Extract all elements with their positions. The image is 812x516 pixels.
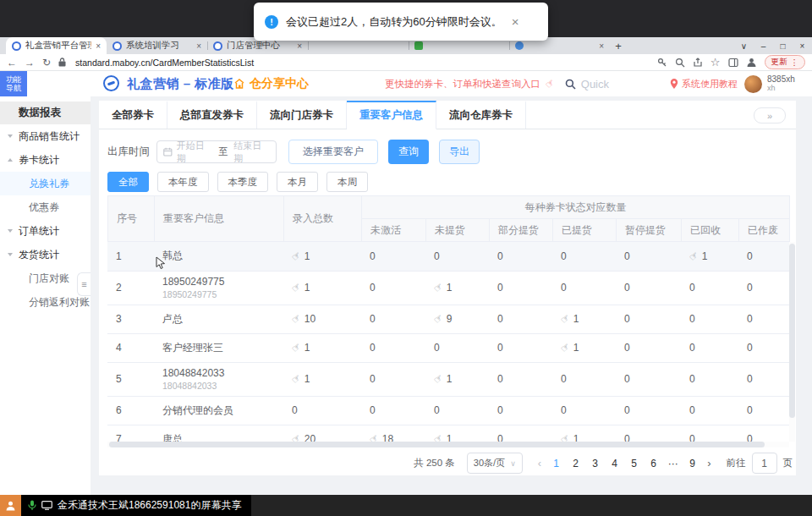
browser-tab[interactable]: 礼盒营销平台管理中心× [6, 37, 107, 54]
cell-status-未提货: ☞1 [425, 362, 489, 396]
tab-全部券卡[interactable]: 全部券卡 [99, 101, 167, 129]
cell-link-value[interactable]: 1 [573, 433, 579, 442]
next-page-button[interactable]: › [707, 457, 710, 469]
tab-总部直发券卡[interactable]: 总部直发券卡 [167, 101, 257, 129]
page-number-6[interactable]: 6 [645, 458, 662, 469]
customer-name[interactable]: 卢总 [162, 312, 275, 327]
cell-link-value[interactable]: 1 [304, 373, 310, 385]
new-tab-button[interactable]: + [610, 37, 627, 54]
cell-link-value[interactable]: 20 [304, 433, 315, 442]
quick-filter-本周[interactable]: 本周 [326, 172, 368, 192]
date-range-input[interactable]: 开始日期 至 结束日期 [156, 140, 277, 163]
query-button[interactable]: 查询 [388, 140, 429, 164]
horizontal-scrollbar-thumb[interactable] [109, 442, 765, 447]
quick-search-placeholder[interactable]: Quick [581, 78, 609, 91]
cell-link-value[interactable]: 1 [304, 342, 310, 354]
menu-dots-icon[interactable]: ⋮ [791, 58, 799, 67]
sidebar-item-商品销售统计[interactable]: 商品销售统计 [0, 124, 91, 148]
share-center-link[interactable]: 仓分享中心 [233, 71, 309, 96]
meeting-member-icon[interactable] [0, 495, 21, 516]
prev-page-button[interactable]: ‹ [538, 457, 541, 469]
cell-link-value[interactable]: 1 [304, 282, 310, 294]
key-icon[interactable] [657, 58, 667, 68]
screen-share-status: 金禾通技术王斌18662591081的屏幕共享 [21, 495, 251, 516]
customer-name[interactable]: 18950249775 [162, 276, 275, 288]
microphone-icon[interactable] [28, 500, 36, 511]
url-text[interactable]: standard.maboy.cn/CardMemberStatisticsLi… [75, 58, 254, 68]
toast-close-icon[interactable]: × [512, 14, 519, 29]
tab-close-icon[interactable]: × [96, 41, 101, 51]
cell-link-value[interactable]: 1 [447, 373, 453, 385]
customer-name[interactable]: 唐总 [162, 432, 275, 442]
page-number-9[interactable]: 9 [683, 458, 701, 469]
tab-重要客户信息[interactable]: 重要客户信息 [347, 101, 436, 129]
vertical-scrollbar[interactable] [789, 242, 795, 442]
side-panel-icon[interactable] [728, 58, 738, 68]
customer-name[interactable]: 韩总 [162, 249, 275, 263]
horizontal-scrollbar[interactable] [107, 442, 789, 447]
cell-link-value[interactable]: 1 [573, 342, 579, 354]
end-date-placeholder[interactable]: 结束日期 [233, 140, 270, 165]
cell-link-value[interactable]: 10 [304, 313, 315, 325]
quick-filter-本月[interactable]: 本月 [277, 172, 318, 192]
maximize-button[interactable]: □ [773, 37, 793, 54]
quick-filter-全部[interactable]: 全部 [107, 172, 149, 192]
sidebar-item-label: 发货统计 [19, 248, 59, 262]
collapse-panel-button[interactable]: » [754, 107, 786, 124]
function-nav-toggle[interactable]: 功能 导航 [0, 71, 27, 96]
goto-page-input[interactable]: 1 [752, 453, 777, 474]
search-icon[interactable] [565, 79, 576, 90]
profile-icon[interactable] [746, 57, 757, 68]
cell-link-value[interactable]: 9 [447, 313, 453, 325]
cell-link-value[interactable]: 1 [447, 282, 453, 294]
pick-customer-button[interactable]: 选择重要客户 [288, 140, 378, 164]
customer-name[interactable]: 客户经理张三 [162, 341, 275, 355]
cell-link-value[interactable]: 1 [702, 250, 708, 262]
page-number-4[interactable]: 4 [606, 458, 623, 469]
tab-close-icon[interactable]: × [297, 41, 302, 51]
browser-update-button[interactable]: 更新⋮ [765, 55, 806, 69]
browser-tab[interactable]: 系统培训学习× [107, 37, 207, 54]
page-number-···[interactable]: ··· [664, 458, 682, 469]
tab-流向仓库券卡[interactable]: 流向仓库券卡 [436, 101, 526, 129]
sidebar-item-优惠券[interactable]: 优惠券 [0, 195, 91, 219]
tab-close-icon[interactable]: × [196, 41, 201, 51]
cell-link-value[interactable]: 1 [573, 313, 579, 325]
sidebar-item-兑换礼券[interactable]: 兑换礼券 [0, 172, 91, 195]
promo-text[interactable]: 更快捷的券卡、订单和快递查询入口 [385, 78, 540, 91]
window-close-button[interactable]: × [793, 37, 812, 54]
cell-link-value[interactable]: 1 [447, 433, 453, 442]
page-number-3[interactable]: 3 [586, 458, 604, 469]
page-number-2[interactable]: 2 [567, 458, 584, 469]
sidebar-collapse-handle[interactable]: ≡ [77, 272, 91, 296]
reload-icon[interactable]: ↻ [42, 58, 51, 68]
page-number-1[interactable]: 1 [547, 458, 565, 469]
start-date-placeholder[interactable]: 开始日期 [177, 140, 213, 165]
cell-seq: 2 [107, 271, 154, 305]
finger-link-icon: ☞ [289, 249, 304, 264]
sidebar-item-订单统计[interactable]: 订单统计 [0, 219, 91, 243]
sidebar-item-券卡统计[interactable]: 券卡统计 [0, 148, 91, 172]
customer-name[interactable]: 分销代理的会员 [162, 403, 275, 418]
tab-search-icon[interactable]: ∨ [734, 37, 754, 54]
forward-icon[interactable]: → [25, 58, 35, 68]
quick-filter-本季度[interactable]: 本季度 [217, 172, 269, 192]
tab-close-icon[interactable]: × [599, 41, 604, 51]
zoom-icon[interactable] [675, 58, 685, 68]
back-icon[interactable]: ← [7, 58, 17, 68]
cell-link-value[interactable]: 1 [304, 250, 310, 262]
customer-name[interactable]: 18048842033 [162, 367, 275, 379]
user-menu[interactable]: 8385xh xh [744, 71, 795, 96]
page-size-select[interactable]: 30条/页 ∨ [467, 453, 523, 474]
share-icon[interactable] [693, 58, 703, 68]
bookmark-star-icon[interactable]: ☆ [710, 57, 721, 68]
vertical-scrollbar-thumb[interactable] [789, 244, 795, 418]
sidebar-item-发货统计[interactable]: 发货统计 [0, 243, 91, 266]
export-button[interactable]: 导出 [439, 140, 480, 164]
quick-filter-本年度[interactable]: 本年度 [157, 172, 209, 192]
tutorial-link[interactable]: 系统使用教程 [670, 71, 738, 96]
minimize-button[interactable]: – [754, 37, 773, 54]
tab-流向门店券卡[interactable]: 流向门店券卡 [257, 101, 347, 129]
cell-link-value[interactable]: 18 [382, 433, 393, 442]
page-number-5[interactable]: 5 [625, 458, 643, 469]
